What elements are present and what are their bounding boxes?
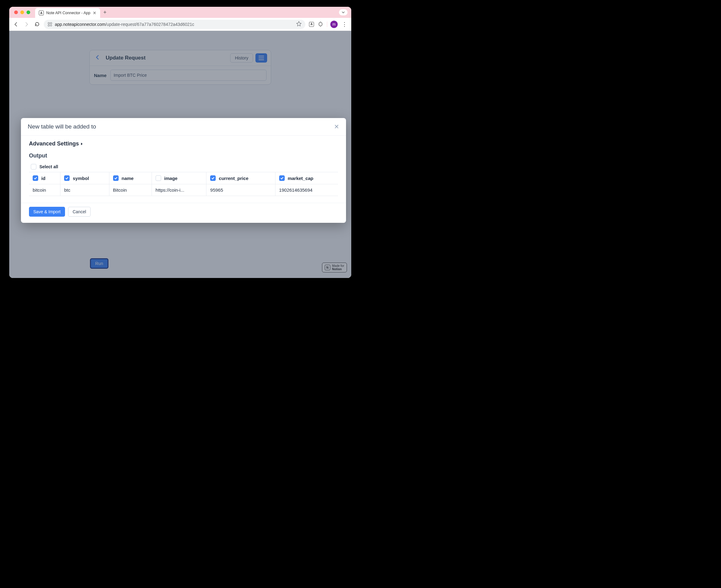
profile-avatar[interactable]: m: [330, 21, 338, 28]
svg-rect-2: [48, 25, 49, 26]
column-header-name: name: [122, 176, 134, 181]
select-all-label: Select all: [39, 164, 58, 169]
cell-id: bitcoin: [29, 184, 60, 196]
tab-strip: A Note API Connector - App ✕ +: [9, 7, 351, 18]
browser-menu-button[interactable]: ⋮: [341, 21, 348, 28]
column-checkbox-market-cap[interactable]: [279, 175, 285, 181]
column-checkbox-id[interactable]: [33, 175, 38, 181]
modal-body: Advanced Settings Output Select all: [21, 135, 346, 197]
browser-window: A Note API Connector - App ✕ + app.notea…: [9, 7, 351, 278]
output-table: id symbol name: [29, 172, 338, 196]
svg-rect-1: [50, 22, 52, 24]
column-checkbox-image[interactable]: [155, 175, 161, 181]
chevron-right-icon: [81, 142, 83, 145]
cell-market-cap: 1902614635694: [275, 184, 338, 196]
window-minimize-button[interactable]: [20, 10, 24, 14]
cell-current-price: 95965: [207, 184, 275, 196]
advanced-settings-toggle[interactable]: Advanced Settings: [29, 141, 338, 147]
table-row: bitcoin btc Bitcoin https://coin-i... 95…: [29, 184, 338, 196]
window-maximize-button[interactable]: [26, 10, 30, 14]
column-checkbox-current-price[interactable]: [210, 175, 216, 181]
extensions-icon[interactable]: [318, 21, 324, 27]
table-header-row: id symbol name: [29, 172, 338, 184]
bookmark-star-icon[interactable]: [296, 21, 302, 27]
window-close-button[interactable]: [14, 10, 18, 14]
column-header-symbol: symbol: [73, 176, 89, 181]
page-content: Update Request History Name Run N Made f…: [9, 31, 351, 278]
new-tab-button[interactable]: +: [103, 9, 107, 16]
tabs-dropdown-button[interactable]: [339, 9, 347, 15]
select-all-checkbox[interactable]: [31, 164, 36, 169]
tab-close-icon[interactable]: ✕: [93, 10, 97, 15]
url-input[interactable]: app.noteapiconnector.com/update-request/…: [44, 20, 305, 29]
nav-back-button[interactable]: [12, 21, 20, 28]
site-settings-icon[interactable]: [47, 22, 52, 27]
output-modal: New table will be added to ✕ Advanced Se…: [21, 118, 346, 223]
traffic-lights: [14, 10, 30, 14]
modal-title: New table will be added to: [28, 123, 96, 130]
modal-close-button[interactable]: ✕: [334, 123, 339, 130]
save-import-button[interactable]: Save & Import: [29, 207, 65, 217]
modal-footer: Save & Import Cancel: [21, 203, 346, 217]
extension-a-icon[interactable]: A: [309, 21, 315, 27]
column-checkbox-name[interactable]: [113, 175, 119, 181]
column-header-image: image: [164, 176, 177, 181]
select-all-row: Select all: [29, 164, 338, 172]
nav-forward-button[interactable]: [23, 21, 30, 28]
cell-image: https://coin-i...: [152, 184, 207, 196]
toolbar-divider: [327, 22, 327, 27]
svg-point-3: [50, 25, 52, 26]
tab-title: Note API Connector - App: [46, 11, 90, 15]
address-bar: app.noteapiconnector.com/update-request/…: [9, 18, 351, 31]
url-text: app.noteapiconnector.com/update-request/…: [55, 22, 194, 27]
cell-symbol: btc: [60, 184, 109, 196]
svg-rect-0: [48, 22, 49, 24]
column-header-market-cap: market_cap: [288, 176, 313, 181]
cell-name: Bitcoin: [109, 184, 152, 196]
column-header-current-price: current_price: [219, 176, 248, 181]
column-header-id: id: [41, 176, 45, 181]
reload-button[interactable]: [33, 21, 41, 28]
column-checkbox-symbol[interactable]: [64, 175, 70, 181]
modal-header: New table will be added to ✕: [21, 118, 346, 135]
tab-favicon-icon: A: [39, 10, 44, 15]
cancel-button[interactable]: Cancel: [68, 207, 91, 217]
output-heading: Output: [29, 152, 338, 159]
browser-tab[interactable]: A Note API Connector - App ✕: [35, 8, 100, 18]
